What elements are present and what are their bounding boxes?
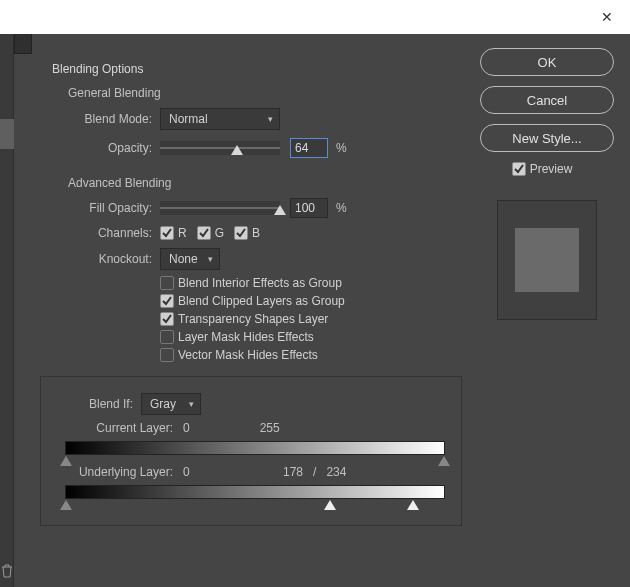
chevron-down-icon: ▾ [268, 114, 273, 124]
underlying-layer-label: Underlying Layer: [53, 465, 173, 479]
svg-marker-4 [60, 500, 72, 510]
chevron-down-icon: ▾ [189, 399, 194, 409]
current-black-slider[interactable] [60, 456, 72, 466]
chevron-down-icon: ▾ [208, 254, 213, 264]
blend-mode-dropdown[interactable]: Normal ▾ [160, 108, 280, 130]
svg-marker-0 [231, 145, 243, 155]
section-title: Blending Options [52, 62, 468, 76]
dialog-buttons: OK Cancel New Style... Preview [472, 34, 622, 320]
layer-style-dialog: ✕ Blending Options General Blending Blen… [0, 0, 630, 587]
underlying-hi-b: 234 [326, 465, 346, 479]
current-layer-gradient[interactable] [65, 441, 445, 455]
percent-sign: % [336, 201, 347, 215]
opacity-thumb[interactable] [231, 145, 243, 155]
current-white-slider[interactable] [438, 456, 450, 466]
channel-b-checkbox[interactable]: B [234, 226, 260, 240]
opacity-slider[interactable] [160, 141, 280, 155]
cancel-button[interactable]: Cancel [480, 86, 614, 114]
blend-mode-value: Normal [169, 112, 208, 126]
svg-marker-1 [274, 205, 286, 215]
underlying-lo: 0 [183, 465, 283, 479]
knockout-label: Knockout: [22, 252, 152, 266]
blend-mode-label: Blend Mode: [22, 112, 152, 126]
preview-label: Preview [530, 162, 573, 176]
layer-mask-hides-label: Layer Mask Hides Effects [178, 330, 314, 344]
new-style-button[interactable]: New Style... [480, 124, 614, 152]
current-layer-hi: 255 [260, 421, 280, 435]
underlying-hi-a: 178 [283, 465, 303, 479]
general-blending-title: General Blending [68, 86, 468, 100]
fill-opacity-slider[interactable] [160, 201, 280, 215]
blend-if-label: Blend If: [53, 397, 133, 411]
close-button[interactable]: ✕ [598, 8, 616, 26]
slash: / [313, 465, 316, 479]
close-icon: ✕ [601, 10, 613, 24]
fill-opacity-input[interactable]: 100 [290, 198, 328, 218]
blend-if-dropdown[interactable]: Gray ▾ [141, 393, 201, 415]
opacity-label: Opacity: [22, 141, 152, 155]
underlying-black-slider[interactable] [60, 500, 72, 510]
svg-marker-2 [60, 456, 72, 466]
opacity-input[interactable]: 64 [290, 138, 328, 158]
styles-list-gutter [0, 34, 14, 587]
vector-mask-hides-checkbox[interactable]: Vector Mask Hides Effects [160, 348, 458, 362]
selected-style-strip [0, 119, 14, 149]
channels-label: Channels: [22, 226, 152, 240]
panel: Blending Options General Blending Blend … [0, 34, 630, 587]
trash-icon[interactable] [0, 563, 14, 579]
percent-sign: % [336, 141, 347, 155]
transparency-shapes-label: Transparency Shapes Layer [178, 312, 328, 326]
channel-r-checkbox[interactable]: R [160, 226, 187, 240]
channel-r-label: R [178, 226, 187, 240]
fill-opacity-label: Fill Opacity: [22, 201, 152, 215]
channel-g-checkbox[interactable]: G [197, 226, 224, 240]
blend-if-group: Blend If: Gray ▾ Current Layer: 0 255 [40, 376, 462, 526]
advanced-blending-title: Advanced Blending [68, 176, 468, 190]
preview-swatch [515, 228, 579, 292]
blend-clipped-label: Blend Clipped Layers as Group [178, 294, 345, 308]
titlebar: ✕ [0, 0, 630, 34]
underlying-layer-gradient[interactable] [65, 485, 445, 499]
blend-interior-label: Blend Interior Effects as Group [178, 276, 342, 290]
preview-checkbox[interactable]: Preview [512, 162, 573, 176]
options-content: Blending Options General Blending Blend … [22, 34, 468, 587]
blend-if-value: Gray [150, 397, 176, 411]
transparency-shapes-checkbox[interactable]: Transparency Shapes Layer [160, 312, 458, 326]
svg-marker-5 [324, 500, 336, 510]
blend-clipped-checkbox[interactable]: Blend Clipped Layers as Group [160, 294, 458, 308]
svg-marker-3 [438, 456, 450, 466]
knockout-value: None [169, 252, 198, 266]
knockout-dropdown[interactable]: None ▾ [160, 248, 220, 270]
channel-g-label: G [215, 226, 224, 240]
channel-b-label: B [252, 226, 260, 240]
current-layer-lo: 0 [183, 421, 190, 435]
blend-interior-checkbox[interactable]: Blend Interior Effects as Group [160, 276, 458, 290]
fill-opacity-thumb[interactable] [274, 205, 286, 215]
underlying-white-slider-a[interactable] [324, 500, 336, 510]
svg-marker-6 [407, 500, 419, 510]
current-layer-label: Current Layer: [53, 421, 173, 435]
preview-swatch-frame [497, 200, 597, 320]
layer-mask-hides-checkbox[interactable]: Layer Mask Hides Effects [160, 330, 458, 344]
underlying-white-slider-b[interactable] [407, 500, 419, 510]
ok-button[interactable]: OK [480, 48, 614, 76]
vector-mask-hides-label: Vector Mask Hides Effects [178, 348, 318, 362]
